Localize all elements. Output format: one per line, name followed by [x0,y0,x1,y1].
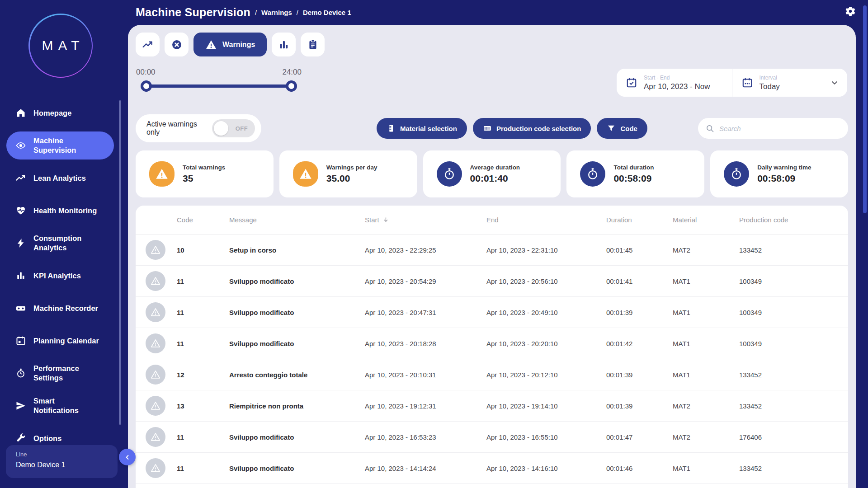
sidebar-item-consumption-analytics[interactable]: Consumption Analytics [0,227,122,259]
device-card[interactable]: Line Demo Device 1 [6,445,118,478]
settings-gear-icon[interactable] [844,5,856,17]
production-code-selection-button[interactable]: Production code selection [473,118,591,139]
cell-material: MAT1 [673,340,739,347]
sidebar-item-label: Homepage [33,108,71,118]
page-scrollbar-thumb[interactable] [863,5,867,213]
sidebar-item-homepage[interactable]: Homepage [0,97,122,129]
table-row[interactable]: 11 Sviluppo modificato Apr 10, 2023 - 16… [136,422,848,453]
date-range-value: Apr 10, 2023 - Now [644,82,710,91]
report-icon [307,39,319,51]
sidebar-item-label: Performance Settings [33,364,100,382]
row-icon-cell [136,396,177,416]
column-header-production-code[interactable]: Production code [739,216,848,224]
warning-icon [150,369,161,380]
sidebar-item-health-monitoring[interactable]: Health Monitoring [0,194,122,227]
table-row[interactable]: 12 Arresto conteggio totale Apr 10, 2023… [136,359,848,390]
switch-state-label: OFF [236,125,248,132]
calendar-dots-icon [741,77,753,89]
sidebar-item-label: KPI Analytics [33,271,81,281]
sidebar-item-lean-analytics[interactable]: Lean Analytics [0,162,122,194]
sidebar-item-machine-recorder[interactable]: Machine Recorder [0,292,122,324]
tab-statistics[interactable] [272,33,296,56]
table-row[interactable]: 11 Sviluppo modificato Apr 10, 2023 - 20… [136,297,848,328]
date-range-label: Start - End [644,75,710,81]
table-row[interactable]: 13 Riempitrice non pronta Apr 10, 2023 -… [136,390,848,422]
column-header-material[interactable]: Material [673,216,739,224]
tab-trend[interactable] [136,33,160,56]
breadcrumb-warnings[interactable]: Warnings [261,9,292,16]
table-row[interactable]: 11 Sviluppo modificato Apr 10, 2023 - 20… [136,328,848,359]
stat-label: Warnings per day [326,164,377,171]
code-filter-button[interactable]: Code [597,118,647,139]
column-header-code[interactable]: Code [177,216,229,224]
cell-production-code: 133452 [739,371,848,379]
trend-icon [142,39,154,51]
filter-row: Active warnings only OFF Material select… [136,114,848,142]
stat-label: Daily warning time [757,164,811,171]
cell-production-code: 100349 [739,277,848,285]
cell-end: Apr 10, 2023 - 22:31:10 [486,246,606,254]
tab-stops[interactable] [165,33,189,56]
eye-icon [15,140,26,151]
cell-material: MAT2 [673,246,739,254]
column-header-message[interactable]: Message [229,216,365,224]
cell-material: MAT2 [673,433,739,441]
sidebar-collapse-button[interactable] [119,449,136,465]
warning-icon [150,276,161,286]
row-icon-cell [136,240,177,260]
sidebar-scrollbar-thumb[interactable] [119,100,121,425]
cell-duration: 00:01:41 [606,277,673,285]
tab-warnings[interactable]: Warnings [193,33,267,56]
cell-code: 11 [177,433,229,441]
warning-avatar [146,396,165,416]
tab-report[interactable] [301,33,325,56]
material-list-icon [387,124,396,133]
cell-message: Setup in corso [229,246,365,254]
stat-label: Total warnings [183,164,225,171]
sidebar-item-kpi-analytics[interactable]: KPI Analytics [0,259,122,292]
cell-start: Apr 10, 2023 - 16:53:23 [365,433,486,441]
cell-code: 11 [177,340,229,347]
stopwatch-icon [437,161,462,187]
calendar-icon [15,335,26,346]
sidebar-item-machine-supervision[interactable]: Machine Supervision [6,131,114,160]
sidebar-item-performance-settings[interactable]: Performance Settings [0,357,122,389]
table-row[interactable]: 11 Sviluppo modificato Apr 10, 2023 - 14… [136,453,848,484]
warning-icon [150,432,161,442]
cell-production-code: 176406 [739,433,848,441]
slider-handle-end[interactable] [286,80,297,92]
column-header-duration[interactable]: Duration [606,216,673,224]
warning-avatar [146,333,165,353]
stat-label: Average duration [470,164,520,171]
cell-end: Apr 10, 2023 - 20:56:10 [486,277,606,285]
warning-icon [293,161,318,187]
table-row[interactable]: 10 Setup in corso Apr 10, 2023 - 22:29:2… [136,235,848,266]
column-header-end[interactable]: End [486,216,606,224]
slider-handle-start[interactable] [141,80,152,92]
date-range-picker[interactable]: Start - End Apr 10, 2023 - Now [617,69,732,97]
breadcrumb-device[interactable]: Demo Device 1 [303,9,351,16]
cell-duration: 00:01:46 [606,465,673,472]
warning-avatar [146,302,165,322]
cell-duration: 00:01:42 [606,340,673,347]
warning-icon [150,400,161,411]
sidebar-item-planning-calendar[interactable]: Planning Calendar [0,324,122,357]
cell-code: 11 [177,309,229,316]
page-scrollbar[interactable] [856,0,868,488]
table-row[interactable]: 11 Sviluppo modificato Apr 10, 2023 - 20… [136,266,848,297]
warning-avatar [146,271,165,291]
interval-select[interactable]: Interval Today [732,69,848,97]
filter-buttons: Material selection Production code selec… [377,118,647,139]
active-warnings-switch[interactable]: OFF [212,119,255,137]
recorder-icon [15,303,26,314]
search-input[interactable] [719,125,841,132]
slider-track[interactable] [146,84,292,88]
sidebar-item-label: Planning Calendar [33,336,99,346]
active-warnings-toggle-card: Active warnings only OFF [136,114,261,142]
switch-knob[interactable] [214,121,228,136]
column-header-start[interactable]: Start [365,216,486,224]
material-selection-button[interactable]: Material selection [377,118,467,139]
stopwatch-icon [15,368,26,379]
sidebar-item-smart-notifications[interactable]: Smart Notifications [0,389,122,422]
cell-duration: 00:01:39 [606,371,673,379]
